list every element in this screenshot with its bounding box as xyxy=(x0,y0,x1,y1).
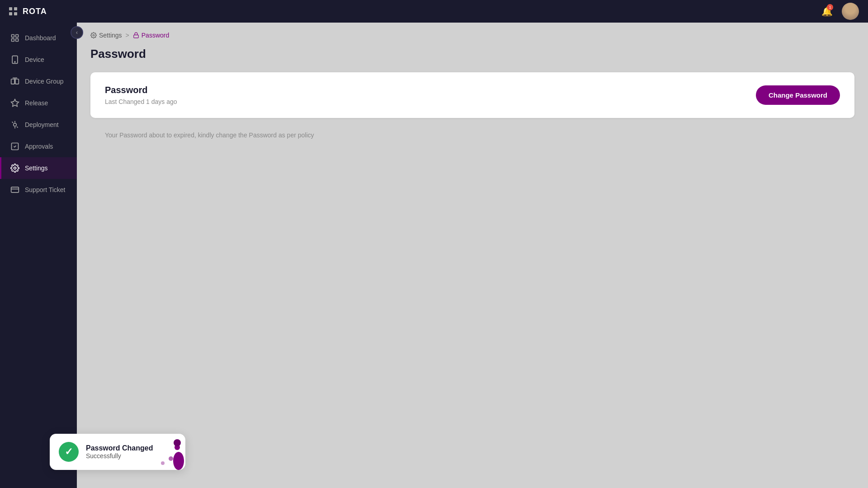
svg-point-23 xyxy=(169,456,173,461)
settings-icon xyxy=(10,164,19,173)
password-card-heading: Password xyxy=(105,85,177,95)
dashboard-icon xyxy=(10,33,19,42)
sidebar-item-settings[interactable]: Settings xyxy=(0,157,77,179)
svg-rect-7 xyxy=(15,79,19,84)
sidebar-label-settings: Settings xyxy=(25,164,48,172)
sidebar-label-device-group: Device Group xyxy=(25,78,64,85)
avatar-image xyxy=(842,3,859,20)
top-header: ROTA 🔔 1 xyxy=(0,0,868,23)
release-icon xyxy=(10,99,19,108)
svg-line-15 xyxy=(17,127,18,127)
toast-decoration xyxy=(154,438,185,470)
sidebar-item-deployment[interactable]: Deployment xyxy=(0,114,77,136)
sidebar-item-device-group[interactable]: Device Group xyxy=(0,70,77,92)
svg-line-14 xyxy=(12,122,13,123)
svg-rect-21 xyxy=(134,35,139,38)
svg-rect-3 xyxy=(16,39,19,42)
password-warning-text: Your Password about to expired, kindly c… xyxy=(90,127,854,143)
breadcrumb-separator: > xyxy=(126,32,129,39)
change-password-button[interactable]: Change Password xyxy=(756,85,840,105)
breadcrumb: Settings > Password xyxy=(90,32,854,39)
password-last-changed: Last Changed 1 days ago xyxy=(105,98,177,105)
page-title: Password xyxy=(90,47,854,61)
sidebar-item-device[interactable]: Device xyxy=(0,49,77,70)
checkmark-icon: ✓ xyxy=(65,446,73,458)
toast-success-icon: ✓ xyxy=(59,442,79,462)
settings-breadcrumb-icon xyxy=(90,32,97,38)
main-layout: ‹ Dashboard Device xyxy=(0,23,868,488)
device-icon xyxy=(10,55,19,64)
breadcrumb-current: Password xyxy=(133,32,169,39)
breadcrumb-parent-label: Settings xyxy=(99,32,122,39)
main-content: Settings > Password Password Password La… xyxy=(77,23,868,488)
sidebar-label-release: Release xyxy=(25,99,48,107)
sidebar-collapse-button[interactable]: ‹ xyxy=(71,26,83,39)
notification-badge: 1 xyxy=(827,4,833,10)
notification-button[interactable]: 🔔 1 xyxy=(819,3,835,19)
svg-point-26 xyxy=(174,439,181,446)
sidebar-item-approvals[interactable]: Approvals xyxy=(0,136,77,157)
deployment-icon xyxy=(10,120,19,129)
sidebar-item-support[interactable]: Support Ticket xyxy=(0,179,77,201)
toast-notification: ✓ Password Changed Successfully xyxy=(50,434,185,470)
svg-point-20 xyxy=(93,34,94,36)
approvals-icon xyxy=(10,142,19,151)
svg-rect-18 xyxy=(11,187,19,192)
app-title: ROTA xyxy=(23,7,47,16)
sidebar-item-dashboard[interactable]: Dashboard xyxy=(0,27,77,49)
sidebar: ‹ Dashboard Device xyxy=(0,23,77,488)
svg-point-11 xyxy=(14,123,17,127)
svg-rect-0 xyxy=(12,35,14,38)
breadcrumb-settings-link[interactable]: Settings xyxy=(90,32,122,39)
svg-point-5 xyxy=(14,61,15,62)
sidebar-label-support: Support Ticket xyxy=(25,186,66,193)
header-left: ROTA xyxy=(9,7,47,16)
sidebar-label-deployment: Deployment xyxy=(25,121,59,128)
avatar[interactable] xyxy=(842,3,859,20)
header-right: 🔔 1 xyxy=(819,3,859,20)
lock-icon xyxy=(133,32,139,38)
breadcrumb-current-label: Password xyxy=(142,32,169,39)
svg-marker-10 xyxy=(11,99,19,107)
password-card: Password Last Changed 1 days ago Change … xyxy=(90,72,854,118)
svg-rect-2 xyxy=(12,39,14,42)
sidebar-label-approvals: Approvals xyxy=(25,143,53,150)
svg-point-24 xyxy=(161,461,165,465)
sidebar-label-device: Device xyxy=(25,56,44,63)
svg-rect-6 xyxy=(11,79,15,84)
password-card-info: Password Last Changed 1 days ago xyxy=(105,85,177,105)
device-group-icon xyxy=(10,77,19,86)
sidebar-item-release[interactable]: Release xyxy=(0,92,77,114)
svg-point-17 xyxy=(14,167,16,169)
sidebar-label-dashboard: Dashboard xyxy=(25,34,56,42)
svg-rect-1 xyxy=(16,35,19,38)
support-icon xyxy=(10,185,19,194)
grid-icon xyxy=(9,7,17,15)
svg-point-25 xyxy=(173,452,184,470)
